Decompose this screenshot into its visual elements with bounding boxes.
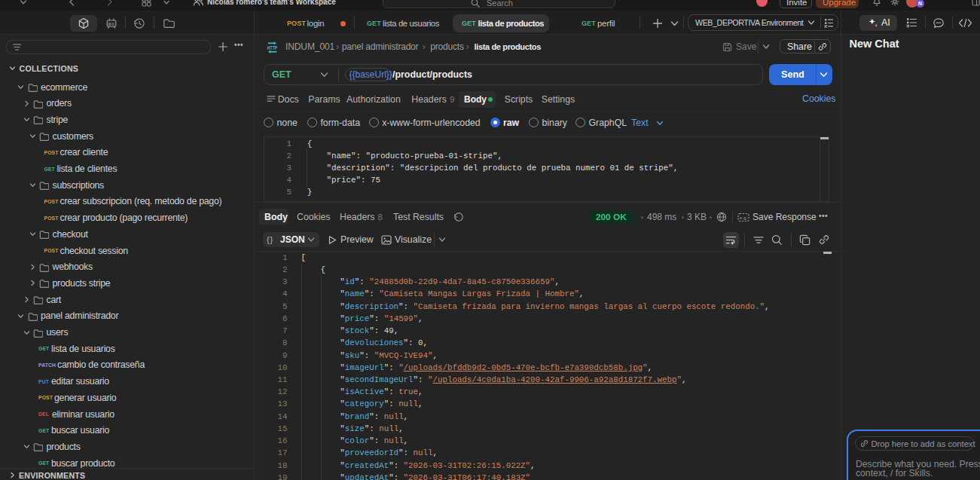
svg-text:e.g.: e.g. xyxy=(740,215,748,220)
svg-text:HTTP: HTTP xyxy=(267,45,277,50)
